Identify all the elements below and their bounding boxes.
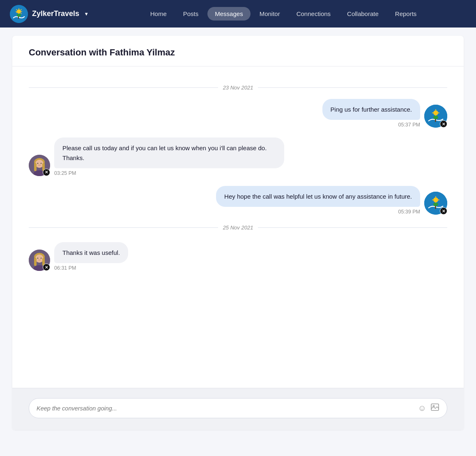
svg-point-1 [17, 9, 21, 14]
svg-point-45 [37, 258, 38, 259]
message-input-box: ☺ [29, 398, 447, 418]
message-bubble-2: Please call us today and if you can let … [54, 137, 284, 168]
svg-point-46 [41, 258, 41, 259]
brand-chevron-icon: ▾ [85, 11, 87, 17]
message-time-4: 06:31 PM [54, 265, 76, 271]
bubble-wrapper-3: Hey hope the call was helpful let us kno… [216, 186, 420, 215]
date-label-2: 25 Nov 2021 [223, 225, 253, 231]
bubble-wrapper-2: Please call us today and if you can let … [54, 137, 284, 176]
message-time-2: 03:25 PM [54, 170, 76, 176]
message-text-2: Please call us today and if you can let … [62, 144, 267, 161]
brand-avatar-3: ✕ [424, 192, 447, 215]
user-badge-2: ✕ [43, 169, 50, 176]
page-header: Conversation with Fathima Yilmaz [12, 36, 464, 66]
message-row-1: ✕ Ping us for further assistance. 05:37 … [29, 99, 447, 128]
navbar: ZylkerTravels ▾ Home Posts Messages Moni… [0, 0, 476, 27]
message-time-1: 05:37 PM [398, 122, 420, 128]
message-bubble-3: Hey hope the call was helpful let us kno… [216, 186, 420, 207]
user-avatar-2: ✕ [29, 155, 50, 176]
divider-line-right [258, 87, 447, 88]
message-text-4: Thanks it was useful. [62, 249, 120, 256]
message-time-3: 05:39 PM [398, 209, 420, 215]
nav-links: Home Posts Messages Monitor Connections … [101, 7, 466, 21]
nav-reports[interactable]: Reports [388, 7, 424, 21]
message-bubble-4: Thanks it was useful. [54, 242, 128, 263]
nav-posts[interactable]: Posts [176, 7, 206, 21]
nav-collaborate[interactable]: Collaborate [340, 7, 386, 21]
message-row-4: ✕ Thanks it was useful. 06:31 PM [29, 242, 447, 271]
nav-home[interactable]: Home [143, 7, 174, 21]
divider-line-right-2 [258, 227, 447, 228]
brand-badge-3: ✕ [440, 207, 447, 215]
svg-rect-25 [34, 163, 37, 171]
svg-point-29 [41, 163, 41, 164]
message-input[interactable] [37, 405, 414, 412]
svg-point-14 [433, 110, 438, 115]
svg-point-28 [37, 163, 38, 164]
nav-monitor[interactable]: Monitor [252, 7, 287, 21]
message-text-3: Hey hope the call was helpful let us kno… [224, 193, 412, 200]
divider-line-left-2 [29, 227, 218, 228]
image-attach-icon[interactable] [430, 403, 439, 414]
bubble-wrapper-1: Ping us for further assistance. 05:37 PM [322, 99, 420, 128]
nav-connections[interactable]: Connections [289, 7, 338, 21]
svg-rect-42 [34, 258, 37, 266]
user-avatar-4: ✕ [29, 250, 50, 271]
date-divider-2: 25 Nov 2021 [29, 225, 447, 231]
message-bubble-1: Ping us for further assistance. [322, 99, 420, 120]
message-row-2: ✕ Please call us today and if you can le… [29, 137, 447, 176]
bubble-wrapper-4: Thanks it was useful. 06:31 PM [54, 242, 128, 271]
emoji-icon[interactable]: ☺ [418, 403, 426, 413]
user-badge-4: ✕ [43, 264, 50, 271]
brand-avatar-1: ✕ [424, 105, 447, 128]
date-divider-1: 23 Nov 2021 [29, 85, 447, 91]
message-text-1: Ping us for further assistance. [331, 106, 412, 113]
date-label-1: 23 Nov 2021 [223, 85, 253, 91]
nav-messages[interactable]: Messages [207, 7, 250, 21]
input-area: ☺ [12, 388, 464, 430]
divider-line-left [29, 87, 218, 88]
chat-area: 23 Nov 2021 [12, 66, 464, 388]
message-row-3: ✕ Hey hope the call was helpful let us k… [29, 186, 447, 215]
page-container: Conversation with Fathima Yilmaz 23 Nov … [12, 36, 464, 430]
brand-name: ZylkerTravels [32, 9, 79, 18]
brand-icon [10, 5, 28, 23]
svg-point-31 [433, 197, 438, 202]
page-title: Conversation with Fathima Yilmaz [29, 47, 447, 58]
brand-logo[interactable]: ZylkerTravels ▾ [10, 5, 87, 23]
